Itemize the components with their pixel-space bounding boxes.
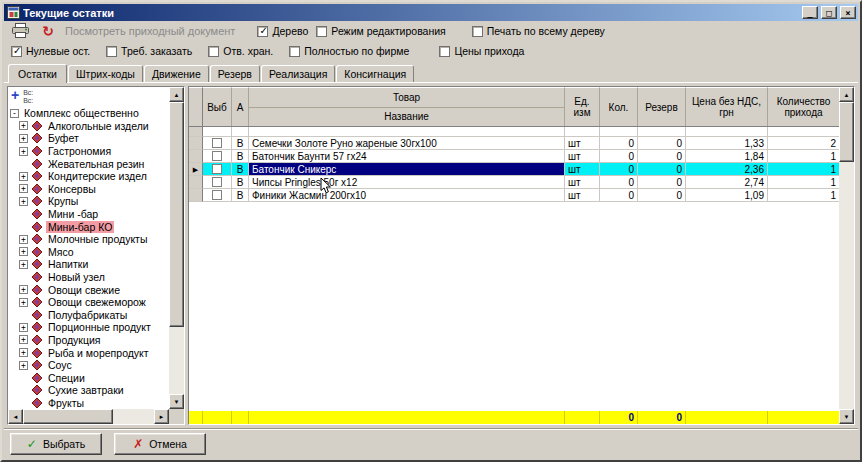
edit-mode-checkbox-box[interactable] <box>316 26 327 37</box>
tree-item-expand[interactable]: + <box>19 197 31 206</box>
tree-item-expand[interactable]: + <box>19 348 31 357</box>
expand-icon[interactable]: + <box>19 235 28 244</box>
tree-item[interactable]: +Крупы <box>8 195 169 208</box>
income-prices-checkbox[interactable]: Цены прихода <box>439 45 524 57</box>
tree-item[interactable]: +Порционные продукт <box>8 321 169 334</box>
expand-icon[interactable]: + <box>19 298 28 307</box>
table-row[interactable]: ВБатончик Баунти 57 гх24шт001,841 <box>189 150 839 163</box>
maximize-button[interactable]: □ <box>821 6 837 19</box>
select-cell[interactable] <box>203 150 232 163</box>
select-cell[interactable] <box>203 163 232 176</box>
tree-item-expand[interactable]: + <box>19 235 31 244</box>
expand-icon[interactable]: + <box>19 172 28 181</box>
tab-0[interactable]: Остатки <box>8 64 67 83</box>
tree-horizontal-scrollbar[interactable]: ◄ ► <box>8 409 169 424</box>
expand-icon[interactable]: + <box>19 134 28 143</box>
tree-item-expand[interactable]: + <box>19 247 31 256</box>
close-button[interactable]: × <box>840 6 856 19</box>
tree-item-expand[interactable]: + <box>19 172 31 181</box>
tab-3[interactable]: Резерв <box>210 65 260 82</box>
tree-item[interactable]: Специи <box>8 371 169 384</box>
row-checkbox[interactable] <box>212 164 222 174</box>
tree-item-expand[interactable]: + <box>19 323 31 332</box>
tree-item[interactable]: +Кондитерские издел <box>8 170 169 183</box>
need-order-checkbox-box[interactable] <box>106 46 117 57</box>
table-row[interactable]: ВЧипсы Pringles 50г х12шт002,741 <box>189 176 839 189</box>
tree-item[interactable]: Мини-бар КО <box>8 220 169 233</box>
collapse-icon[interactable]: - <box>10 109 19 118</box>
grid-vscroll-track[interactable] <box>839 102 854 409</box>
tree-item[interactable]: +Напитки <box>8 258 169 271</box>
tab-5[interactable]: Консигнация <box>336 65 414 82</box>
tree-checkbox-box[interactable] <box>257 26 268 37</box>
tab-2[interactable]: Движение <box>144 65 209 82</box>
tree-item-expand[interactable]: + <box>19 134 31 143</box>
tree-checkbox[interactable]: Дерево <box>257 25 308 37</box>
tree-item-expand[interactable]: + <box>19 361 31 370</box>
grid-vertical-scrollbar[interactable]: ▲ ▼ <box>839 87 854 424</box>
cancel-button[interactable]: ✗ Отмена <box>114 433 206 455</box>
row-checkbox[interactable] <box>212 190 222 200</box>
whole-firm-checkbox-box[interactable] <box>289 46 300 57</box>
tree-item-expand[interactable]: + <box>19 298 31 307</box>
select-cell[interactable] <box>203 189 232 202</box>
whole-firm-checkbox[interactable]: Полностью по фирме <box>289 45 409 57</box>
select-cell[interactable] <box>203 176 232 189</box>
row-checkbox[interactable] <box>212 177 222 187</box>
tree-scroll-right-button[interactable]: ► <box>154 409 169 424</box>
tree-item[interactable]: +Овощи свежие <box>8 283 169 296</box>
minimize-button[interactable]: _ <box>802 6 818 19</box>
row-checkbox[interactable] <box>212 138 222 148</box>
tree-hscroll-track[interactable] <box>23 409 154 424</box>
income-prices-checkbox-box[interactable] <box>439 46 450 57</box>
tree-item[interactable]: +Рыба и морепродукт <box>8 346 169 359</box>
select-button[interactable]: ✓ Выбрать <box>10 433 102 455</box>
expand-icon[interactable]: + <box>19 260 28 269</box>
tab-1[interactable]: Штрих-коды <box>68 65 143 82</box>
tree-hscroll-thumb[interactable] <box>23 409 113 424</box>
expand-icon[interactable]: + <box>19 197 28 206</box>
print-button[interactable] <box>9 23 31 40</box>
custody-checkbox-box[interactable] <box>208 46 219 57</box>
select-cell[interactable] <box>203 137 232 150</box>
table-row[interactable]: ВСемечки Золоте Руно жареные 30гх100шт00… <box>189 137 839 150</box>
view-income-doc-label[interactable]: Посмотреть приходный документ <box>65 25 235 37</box>
expand-icon[interactable]: + <box>19 323 28 332</box>
tree-item[interactable]: +Гастрономия <box>8 145 169 158</box>
tree-item[interactable]: +Овощи свежеморож <box>8 296 169 309</box>
tree-item[interactable]: Новый узел <box>8 271 169 284</box>
expand-icon[interactable]: + <box>19 348 28 357</box>
tree-item-expand[interactable]: + <box>19 335 31 344</box>
need-order-checkbox[interactable]: Треб. заказать <box>106 45 192 57</box>
tree-item[interactable]: +Молочные продукты <box>8 233 169 246</box>
expand-icon[interactable]: + <box>19 121 28 130</box>
tree-root-expand[interactable]: - <box>10 109 22 118</box>
tree-root[interactable]: -Комплекс общественно <box>8 107 169 120</box>
tree-item[interactable]: +Мясо <box>8 246 169 259</box>
tree-item-expand[interactable]: + <box>19 147 31 156</box>
titlebar[interactable]: Текущие остатки _ □ × <box>4 4 858 21</box>
grid-scroll-down-button[interactable]: ▼ <box>839 409 854 424</box>
tree-item[interactable]: Жевательная резин <box>8 157 169 170</box>
tree-item-expand[interactable]: + <box>19 184 31 193</box>
expand-icon[interactable]: + <box>19 335 28 344</box>
tree-item[interactable]: Сухие завтраки <box>8 384 169 397</box>
tree-vscroll-track[interactable] <box>169 102 184 394</box>
zero-stock-checkbox[interactable]: Нулевые ост. <box>11 45 90 57</box>
tree-item[interactable]: +Консервы <box>8 183 169 196</box>
tree-vertical-scrollbar[interactable]: ▲ ▼ <box>169 87 184 409</box>
tree-item-expand[interactable]: + <box>19 285 31 294</box>
expand-icon[interactable]: + <box>19 184 28 193</box>
expand-icon[interactable]: + <box>19 285 28 294</box>
tab-4[interactable]: Реализация <box>261 65 335 82</box>
tree-vscroll-thumb[interactable] <box>169 102 184 327</box>
table-row[interactable]: ВФиники Жасмин 200гх10шт001,091 <box>189 189 839 202</box>
refresh-icon[interactable]: ↻ <box>39 24 57 38</box>
table-row[interactable]: ▶ВБатончик Сникерсшт002,361 <box>189 163 839 176</box>
expand-icon[interactable]: + <box>19 247 28 256</box>
tree-item[interactable]: Полуфабрикаты <box>8 309 169 322</box>
tree-item[interactable]: +Соус <box>8 359 169 372</box>
tree-scroll-up-button[interactable]: ▲ <box>169 87 184 102</box>
tree-item-expand[interactable]: + <box>19 121 31 130</box>
print-whole-tree-checkbox-box[interactable] <box>472 26 483 37</box>
